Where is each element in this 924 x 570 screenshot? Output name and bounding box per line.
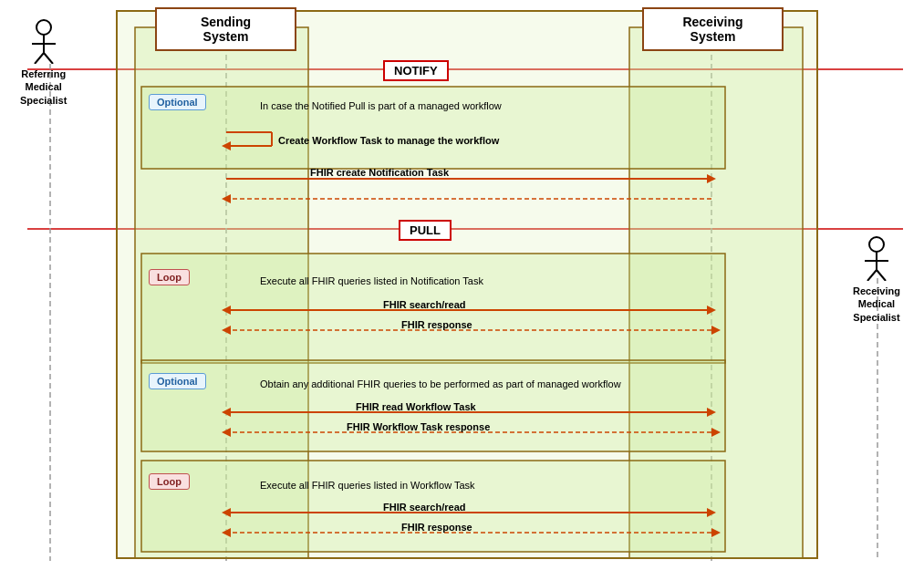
loop-badge-2-label: Loop [157,476,182,487]
loop-badge-2: Loop [149,473,190,490]
fhir-response-1-label: FHIR response [401,319,472,330]
svg-point-44 [869,237,884,252]
svg-rect-8 [629,27,803,558]
svg-marker-21 [222,326,231,335]
notify-label: NOTIFY [383,60,449,81]
fhir-response-2-label: FHIR response [401,522,472,533]
optional-badge-2: Optional [149,373,206,389]
svg-marker-19 [707,306,716,315]
optional-2-text: Obtain any additional FHIR queries to be… [260,378,621,389]
svg-marker-14 [707,174,716,183]
fhir-search-read-1-label: FHIR search/read [383,299,465,310]
loop-badge-1: Loop [149,269,190,285]
svg-marker-38 [222,141,231,150]
optional-badge-1: Optional [149,94,206,110]
receiving-system-box: Receiving System [642,7,784,51]
svg-marker-31 [707,508,716,517]
svg-marker-22 [711,326,721,335]
sending-system-box: Sending System [155,7,296,51]
optional-badge-2-label: Optional [157,376,198,387]
receiving-actor-label: Receiving Medical Specialist [853,285,900,324]
fhir-read-workflow-task-label: FHIR read Workflow Task [356,401,476,412]
receiving-system-label: Receiving System [682,15,742,44]
svg-marker-18 [222,306,231,315]
diagram-container: Referring Medical Specialist Receiving M… [0,0,924,570]
svg-marker-30 [222,508,231,517]
svg-marker-24 [222,408,231,417]
optional-1-description: In case the Notified Pull is part of a m… [260,100,502,111]
referring-actor-label: Referring Medical Specialist [20,67,67,107]
optional-badge-1-label: Optional [157,97,198,108]
svg-marker-16 [222,194,231,203]
svg-marker-33 [222,528,231,537]
svg-line-47 [867,270,877,281]
receiving-actor-figure [860,235,893,281]
svg-line-42 [35,53,44,64]
receiving-actor: Receiving Medical Specialist [853,235,900,324]
svg-point-39 [36,20,51,35]
loop-1-text: Execute all FHIR queries listed in Notif… [260,275,483,286]
loop-badge-1-label: Loop [157,272,182,283]
fhir-workflow-task-response-label: FHIR Workflow Task response [347,421,490,432]
fhir-search-read-2-label: FHIR search/read [383,502,465,513]
referring-actor: Referring Medical Specialist [20,18,67,107]
svg-line-48 [877,270,886,281]
referring-actor-figure [27,18,60,64]
sending-system-label: Sending System [201,15,251,44]
svg-marker-28 [711,428,721,437]
svg-line-43 [44,53,53,64]
pull-label: PULL [399,220,452,241]
loop-2-text: Execute all FHIR queries listed in Workf… [260,480,475,491]
optional-1-text: In case the Notified Pull is part of a m… [260,100,502,111]
svg-marker-25 [707,408,716,417]
svg-marker-27 [222,428,231,437]
svg-marker-34 [711,528,721,537]
create-workflow-task-label: Create Workflow Task to manage the workf… [278,135,499,146]
svg-rect-9 [141,87,725,169]
fhir-create-notification-label: FHIR create Notification Task [310,167,449,178]
